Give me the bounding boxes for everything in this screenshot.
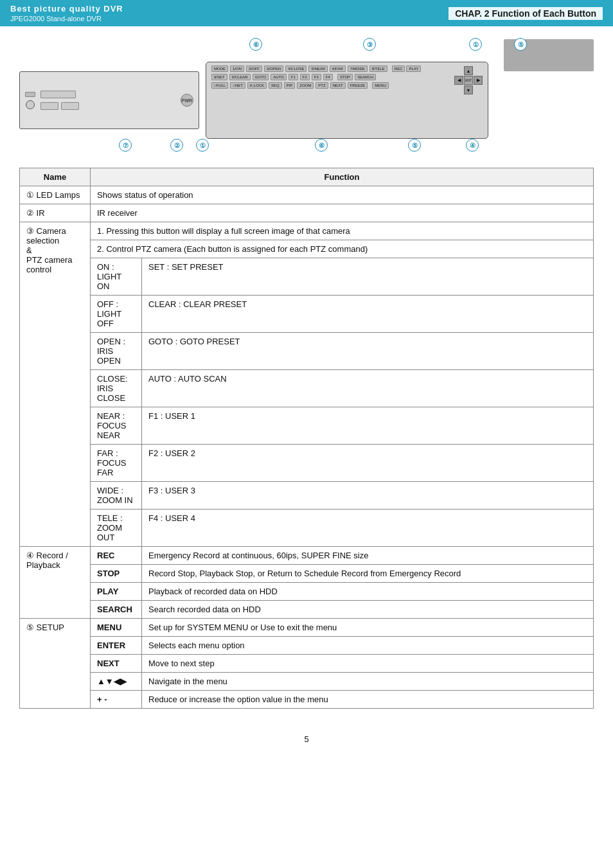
remote-btn-klock: K.LOCK (247, 82, 267, 89)
dvr-slot-3 (61, 102, 79, 110)
table-row-record-1: ④ Record /Playback REC Emergency Record … (20, 547, 594, 565)
dvr-led-bar (25, 92, 35, 97)
remote-nav-cluster: ▲ ◀ ENT ▶ ▼ (454, 66, 483, 94)
nav-up-btn[interactable]: ▲ (464, 66, 473, 75)
remote-btn-1on: 1/ON (230, 66, 244, 72)
camera-wide: WIDE : ZOOM IN (91, 482, 142, 509)
callout-6-bot: ⑥ (315, 139, 328, 152)
table-row-setup-1: ⑤ SETUP MENU Set up for SYSTEM MENU or U… (20, 619, 594, 637)
camera-f1: F1 : USER 1 (142, 407, 594, 445)
table-row-camera-2: 2. Control PTZ camera (Each button is as… (20, 240, 594, 258)
camera-desc-1: 1. Pressing this button will display a f… (91, 222, 594, 240)
table-row-led: ① LED Lamps Shows status of operation (20, 186, 594, 204)
remote-btn-play: PLAY (406, 66, 421, 72)
table-row-camera-open: OPEN : IRIS OPEN GOTO : GOTO PRESET (20, 333, 594, 370)
remote-btn-menu: MENU (372, 82, 389, 89)
menu-desc: Set up for SYSTEM MENU or Use to exit th… (142, 619, 594, 637)
remote-btn-zoom: ZOOM (297, 82, 314, 89)
remote-btn-ptz: PTZ (315, 82, 328, 89)
dvr-right-section: PWR (84, 94, 193, 107)
menu-key: MENU (91, 619, 142, 637)
function-table: Name Function ① LED Lamps Shows status o… (19, 168, 594, 709)
table-row-camera-close: CLOSE: IRIS CLOSE AUTO : AUTO SCAN (20, 370, 594, 407)
camera-on: ON : LIGHT ON (91, 258, 142, 296)
remote-btn-freeze: FREEZE (348, 82, 368, 89)
table-row-ir: ② IR IR receiver (20, 204, 594, 222)
camera-close: CLOSE: IRIS CLOSE (91, 370, 142, 407)
led-function: Shows status of operation (91, 186, 594, 204)
remote-btn-f3: F3 (312, 74, 321, 80)
table-row-camera-tele: TELE : ZOOM OUT F4 : USER 4 (20, 509, 594, 547)
remote-btn-search: SEARCH (355, 74, 376, 80)
remote-btn-f1: F1 (289, 74, 298, 80)
camera-f4: F4 : USER 4 (142, 509, 594, 547)
table-row-camera-near: NEAR : FOCUS NEAR F1 : USER 1 (20, 407, 594, 445)
ir-name: ② IR (20, 204, 91, 222)
col-name-header: Name (20, 168, 91, 186)
nav-key: ▲▼◀▶ (91, 673, 142, 691)
callout-5-bot: ⑤ (408, 139, 421, 152)
table-row-setup-5: + - Reduce or increase the option value … (20, 691, 594, 709)
callout-1-top: ① (469, 38, 482, 51)
camera-far: FAR : FOCUS FAR (91, 445, 142, 482)
table-row-setup-4: ▲▼◀▶ Navigate in the menu (20, 673, 594, 691)
remote-btn-rec: REC (392, 66, 405, 72)
callout-3-top: ③ (363, 38, 376, 51)
next-key: NEXT (91, 655, 142, 673)
ir-function: IR receiver (91, 204, 594, 222)
remote-btn-pip: PIP (284, 82, 296, 89)
table-row-record-4: SEARCH Search recorded data on HDD (20, 601, 594, 619)
nav-left-btn[interactable]: ◀ (454, 76, 463, 85)
stop-desc: Record Stop, Playback Stop, or Return to… (142, 565, 594, 583)
next-desc: Move to next step (142, 655, 594, 673)
remote-row-3: ○FULL ○NET K.LOCK SEQ PIP ZOOM PTZ NEXT … (211, 82, 483, 89)
table-row-setup-3: NEXT Move to next step (20, 655, 594, 673)
enter-key: ENTER (91, 637, 142, 655)
remote-btn-full: ○FULL (211, 82, 228, 89)
dvr-slot-1 (40, 91, 76, 98)
enter-desc: Selects each menu option (142, 637, 594, 655)
nav-enter-btn[interactable]: ENT (464, 76, 473, 85)
nav-right-btn[interactable]: ▶ (474, 76, 483, 85)
plusminus-desc: Reduce or increase the option value in t… (142, 691, 594, 709)
camera-open: OPEN : IRIS OPEN (91, 333, 142, 370)
camera-auto: AUTO : AUTO SCAN (142, 370, 594, 407)
dvr-slots-section (40, 91, 79, 110)
callout-2-bot: ② (170, 139, 183, 152)
rec-key: REC (91, 547, 142, 565)
camera-tele: TELE : ZOOM OUT (91, 509, 142, 547)
dvr-circle-led (26, 100, 35, 109)
play-desc: Playback of recorded data on HDD (142, 583, 594, 601)
dvr-slot-2 (40, 102, 58, 110)
chapter-label: CHAP. 2 Function of Each Button (449, 7, 603, 20)
remote-rec-row: REC PLAY (392, 66, 422, 72)
nav-down-btn[interactable]: ▼ (464, 85, 473, 94)
remote-btn-net: ○NET (230, 82, 245, 89)
callout-1-bot: ① (196, 139, 209, 152)
remote-btn-seq: SEQ (269, 82, 282, 89)
remote-btn-5near: 5/NEAR (308, 66, 328, 72)
remote-btn-0clear: 0/CLEAR (229, 74, 251, 80)
search-key: SEARCH (91, 601, 142, 619)
remote-rec-play-group: REC PLAY (392, 66, 422, 72)
remote-btn-3open: 3/OPEN (264, 66, 283, 72)
play-key: PLAY (91, 583, 142, 601)
dvr-power-button: PWR (181, 94, 193, 107)
remote-btn-f4: F4 (323, 74, 333, 80)
table-row-record-2: STOP Record Stop, Playback Stop, or Retu… (20, 565, 594, 583)
dvr-slots-row (40, 102, 79, 110)
remote-btn-stop: STOP (337, 74, 353, 80)
camera-desc-2: 2. Control PTZ camera (Each button is as… (91, 240, 594, 258)
page-number: 5 (0, 728, 613, 750)
camera-off: OFF : LIGHT OFF (91, 296, 142, 333)
camera-goto: GOTO : GOTO PRESET (142, 333, 594, 370)
remote-btn-7mode: 7/MODE (348, 66, 368, 72)
table-row-camera-far: FAR : FOCUS FAR F2 : USER 2 (20, 445, 594, 482)
diagram-area: PWR MODE 1/ON 2/OFF 3/OPEN 4/CLOSE 5/NEA… (0, 26, 613, 168)
remote-btn-f2: F2 (300, 74, 310, 80)
camera-clear: CLEAR : CLEAR PRESET (142, 296, 594, 333)
record-name: ④ Record /Playback (20, 547, 91, 619)
main-table-wrapper: Name Function ① LED Lamps Shows status o… (0, 168, 613, 728)
table-row-camera-on: ON : LIGHT ON SET : SET PRESET (20, 258, 594, 296)
table-row-record-3: PLAY Playback of recorded data on HDD (20, 583, 594, 601)
